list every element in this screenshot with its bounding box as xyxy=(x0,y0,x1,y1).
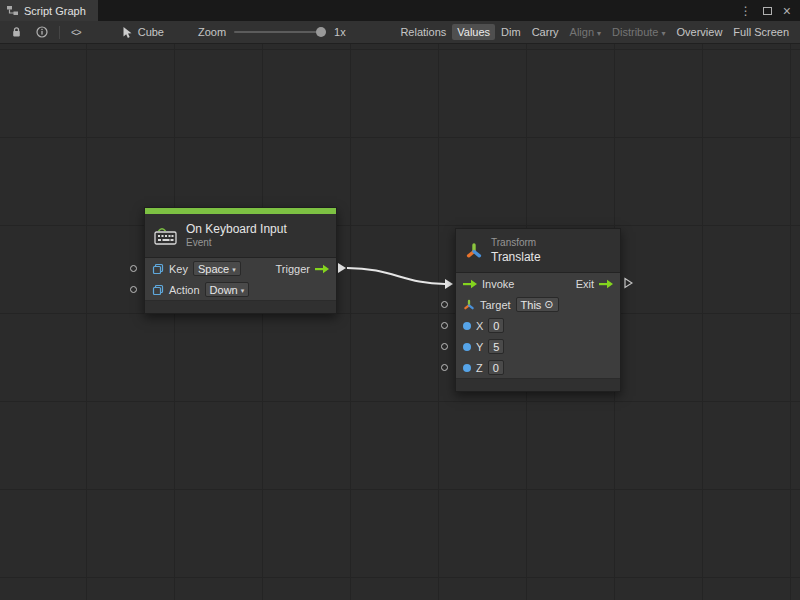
node-translate[interactable]: Transform Translate Invoke Exit xyxy=(455,228,621,392)
exit-output-port[interactable] xyxy=(624,277,633,289)
x-label: X xyxy=(476,320,483,332)
zoom-slider-handle[interactable] xyxy=(316,27,326,37)
lock-icon[interactable] xyxy=(4,21,29,43)
target-value-chip[interactable]: This ⊙ xyxy=(516,297,559,312)
invoke-label: Invoke xyxy=(482,278,514,290)
graph-icon xyxy=(6,5,19,17)
chevron-down-icon: ▾ xyxy=(232,266,236,274)
carry-label: Carry xyxy=(532,26,559,38)
keyboard-icon xyxy=(154,226,178,245)
dim-button[interactable]: Dim xyxy=(496,24,526,40)
node-title: On Keyboard Input xyxy=(186,222,287,236)
invoke-exit-row: Invoke Exit xyxy=(456,273,620,294)
node-subtitle: Event xyxy=(186,237,287,249)
flow-arrow-icon xyxy=(599,279,613,289)
connections-layer xyxy=(0,44,800,600)
fullscreen-button[interactable]: Full Screen xyxy=(728,24,794,40)
node-header[interactable]: Transform Translate xyxy=(456,229,620,273)
key-label: Key xyxy=(169,263,188,275)
tab-bar: Script Graph ⋮ × xyxy=(0,0,800,21)
node-footer xyxy=(456,378,620,391)
relations-label: Relations xyxy=(400,26,446,38)
y-input-port[interactable] xyxy=(441,343,448,350)
toolbar-buttons: Relations Values Dim Carry Align ▾ Distr… xyxy=(395,24,796,40)
overview-button[interactable]: Overview xyxy=(672,24,728,40)
toolbar-separator xyxy=(59,26,60,39)
action-input-port[interactable] xyxy=(130,286,137,293)
key-dropdown-value: Space xyxy=(198,263,229,275)
zoom-slider[interactable] xyxy=(234,31,326,33)
z-value-field[interactable]: 0 xyxy=(488,360,504,375)
action-row: Action Down ▾ xyxy=(145,279,336,300)
z-value: 0 xyxy=(493,362,499,374)
align-button[interactable]: Align ▾ xyxy=(565,24,606,40)
graph-object-breadcrumb[interactable]: Cube xyxy=(122,26,164,39)
node-header[interactable]: On Keyboard Input Event xyxy=(145,214,336,258)
x-row: X 0 xyxy=(456,315,620,336)
node-category: Transform xyxy=(491,237,541,249)
zoom-control: Zoom 1x xyxy=(198,26,346,38)
number-port-icon xyxy=(463,322,471,330)
y-value-field[interactable]: 5 xyxy=(488,339,504,354)
x-value: 0 xyxy=(493,320,499,332)
carry-button[interactable]: Carry xyxy=(527,24,564,40)
flow-arrow-icon xyxy=(315,264,329,274)
number-port-icon xyxy=(463,364,471,372)
key-input-port[interactable] xyxy=(130,265,137,272)
distribute-button[interactable]: Distribute ▾ xyxy=(607,24,670,40)
y-label: Y xyxy=(476,341,483,353)
z-row: Z 0 xyxy=(456,357,620,378)
graph-object-label: Cube xyxy=(138,26,164,38)
script-graph-window: Script Graph ⋮ × <> Cube Zoom 1x xyxy=(0,0,800,600)
x-input-port[interactable] xyxy=(441,322,448,329)
value-port-icon xyxy=(152,284,164,296)
graph-toolbar: <> Cube Zoom 1x Relations Values Dim Car… xyxy=(0,21,800,44)
key-dropdown[interactable]: Space ▾ xyxy=(193,261,241,276)
zoom-value: 1x xyxy=(334,26,346,38)
fullscreen-label: Full Screen xyxy=(733,26,789,38)
tab-script-graph[interactable]: Script Graph xyxy=(0,0,98,21)
x-value-field[interactable]: 0 xyxy=(488,318,504,333)
dim-label: Dim xyxy=(501,26,521,38)
node-footer xyxy=(145,300,336,313)
chevron-down-icon: ▾ xyxy=(597,29,601,38)
y-row: Y 5 xyxy=(456,336,620,357)
key-row: Key Space ▾ Trigger xyxy=(145,258,336,279)
connection-arrowhead xyxy=(445,279,453,289)
close-icon[interactable]: × xyxy=(783,4,791,18)
values-label: Values xyxy=(457,26,490,38)
connection-wire[interactable] xyxy=(347,268,445,284)
values-button[interactable]: Values xyxy=(452,24,495,40)
flow-arrow-icon xyxy=(463,279,477,289)
target-icon: ⊙ xyxy=(544,299,553,310)
overview-label: Overview xyxy=(677,26,723,38)
transform-mini-icon xyxy=(463,299,475,311)
pointer-icon xyxy=(122,26,133,39)
action-label: Action xyxy=(169,284,200,296)
info-icon[interactable] xyxy=(29,21,55,43)
chevron-down-icon: ▾ xyxy=(241,287,245,295)
number-port-icon xyxy=(463,343,471,351)
value-port-icon xyxy=(152,263,164,275)
zoom-label: Zoom xyxy=(198,26,226,38)
relations-button[interactable]: Relations xyxy=(395,24,451,40)
trigger-output-port[interactable] xyxy=(338,263,346,273)
trigger-label: Trigger xyxy=(276,263,310,275)
target-input-port[interactable] xyxy=(441,301,448,308)
target-row: Target This ⊙ xyxy=(456,294,620,315)
chevron-down-icon: ▾ xyxy=(662,29,666,38)
exit-label: Exit xyxy=(576,278,594,290)
window-controls: ⋮ × xyxy=(731,0,800,21)
tab-title: Script Graph xyxy=(24,5,86,17)
maximize-icon[interactable] xyxy=(763,7,772,15)
y-value: 5 xyxy=(493,341,499,353)
z-input-port[interactable] xyxy=(441,364,448,371)
menu-icon[interactable]: ⋮ xyxy=(740,5,752,17)
distribute-label: Distribute xyxy=(612,26,658,38)
action-dropdown[interactable]: Down ▾ xyxy=(205,282,250,297)
node-on-keyboard-input[interactable]: On Keyboard Input Event Key Space ▾ Trig… xyxy=(144,207,337,314)
code-icon[interactable]: <> xyxy=(64,21,88,43)
graph-canvas[interactable]: On Keyboard Input Event Key Space ▾ Trig… xyxy=(0,44,800,600)
node-title: Translate xyxy=(491,250,541,264)
target-value: This xyxy=(521,299,542,311)
